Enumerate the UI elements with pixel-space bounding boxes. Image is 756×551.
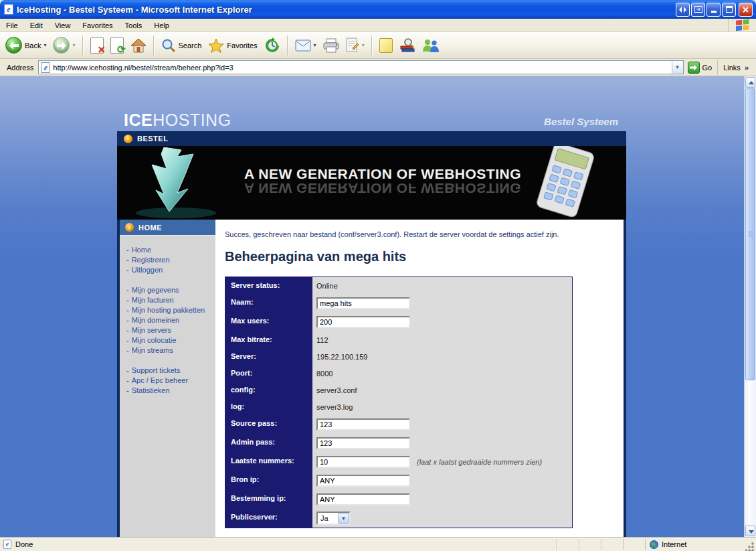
- sidebar-link[interactable]: Mijn servers: [132, 325, 171, 335]
- form-input[interactable]: [316, 297, 410, 309]
- yellow-note-icon: [379, 38, 393, 53]
- sidebar-link[interactable]: Statistieken: [132, 386, 170, 396]
- sidebar-item-mijn-colocatie[interactable]: -Mijn colocatie: [126, 335, 213, 345]
- sidebar-link[interactable]: Mijn hosting pakketten: [132, 305, 205, 315]
- favorites-button[interactable]: Favorites: [205, 34, 260, 57]
- minimize-button[interactable]: [706, 3, 721, 17]
- calculator-graphic: [494, 146, 614, 220]
- sidebar-item-mijn-domeinen[interactable]: -Mijn domeinen: [126, 315, 213, 325]
- form-row-label: Server status:: [225, 277, 312, 294]
- back-dropdown-caret-icon[interactable]: ▾: [43, 43, 46, 48]
- address-input[interactable]: http://www.icehosting.nl/bestel/stream/b…: [38, 60, 683, 74]
- forward-icon: [53, 37, 70, 54]
- zone-label: Internet: [662, 540, 686, 548]
- research-button[interactable]: [397, 34, 418, 57]
- sidebar-item-statistieken[interactable]: -Statistieken: [126, 386, 213, 396]
- resize-grip[interactable]: [745, 542, 755, 551]
- item-bullet: -: [126, 345, 129, 356]
- scroll-up-button[interactable]: [745, 77, 755, 88]
- sidebar-item-mijn-facturen[interactable]: -Mijn facturen: [126, 295, 213, 305]
- form-row-label: Max users:: [225, 313, 312, 331]
- messenger-button[interactable]: [419, 34, 442, 57]
- status-page-icon: [3, 540, 11, 549]
- menu-item-help[interactable]: Help: [148, 19, 175, 31]
- notes-button[interactable]: [377, 34, 395, 57]
- form-input[interactable]: [316, 418, 410, 430]
- form-row-value: Online: [312, 277, 572, 294]
- go-button[interactable]: Go: [684, 60, 718, 76]
- links-overflow-chevron-icon[interactable]: »: [745, 64, 749, 72]
- form-input[interactable]: [316, 493, 410, 505]
- scroll-down-button[interactable]: [745, 526, 755, 536]
- sidebar-item-mijn-gegevens[interactable]: -Mijn gegevens: [126, 285, 213, 295]
- sidebar-link[interactable]: Mijn domeinen: [132, 315, 180, 325]
- sidebar-link[interactable]: Mijn facturen: [132, 295, 174, 305]
- status-pane: [623, 539, 645, 550]
- sidebar-home-bar: › HOME: [120, 220, 215, 236]
- select-dropdown-icon[interactable]: ▼: [338, 513, 349, 524]
- forward-button[interactable]: ▾: [50, 34, 78, 57]
- menu-item-favorites[interactable]: Favorites: [76, 19, 118, 31]
- home-button[interactable]: [128, 34, 149, 57]
- publicserver-select[interactable]: Ja▼: [316, 511, 351, 525]
- history-button[interactable]: [262, 34, 283, 57]
- vertical-scrollbar[interactable]: [744, 76, 756, 537]
- sidebar-item-apc-epc-beheer[interactable]: -Apc / Epc beheer: [126, 376, 213, 386]
- maximize-button[interactable]: [722, 3, 736, 17]
- item-bullet: -: [126, 325, 129, 335]
- logo-bold: ICE: [124, 110, 153, 129]
- sidebar-item-mijn-hosting-pakketten[interactable]: -Mijn hosting pakketten: [126, 305, 213, 315]
- forward-dropdown-caret-icon: ▾: [72, 43, 75, 48]
- form-input[interactable]: [316, 316, 410, 328]
- sidebar-item-home[interactable]: -Home: [126, 245, 213, 255]
- links-bar[interactable]: Links »: [717, 60, 754, 75]
- sidebar-item-mijn-servers[interactable]: -Mijn servers: [126, 325, 213, 335]
- mail-dropdown-caret-icon[interactable]: ▾: [314, 43, 316, 48]
- popout-window-button[interactable]: [691, 3, 705, 17]
- menu-bar: FileEditViewFavoritesToolsHelp: [0, 19, 756, 32]
- sidebar-link[interactable]: Support tickets: [132, 366, 181, 376]
- stop-button[interactable]: ✕: [88, 34, 106, 57]
- form-input[interactable]: [316, 437, 410, 449]
- back-button[interactable]: Back ▾: [3, 34, 49, 57]
- item-bullet: -: [126, 295, 129, 305]
- close-icon: [743, 7, 749, 13]
- menu-item-tools[interactable]: Tools: [119, 19, 149, 31]
- sidebar-link[interactable]: Mijn streams: [132, 345, 173, 356]
- mail-button[interactable]: ▾: [292, 34, 319, 57]
- sidebar-link[interactable]: Registreren: [132, 255, 170, 265]
- scrollbar-thumb[interactable]: [745, 88, 755, 380]
- menu-item-file[interactable]: File: [0, 19, 24, 31]
- close-button[interactable]: [739, 3, 753, 17]
- menu-item-view[interactable]: View: [49, 19, 77, 31]
- address-dropdown-button[interactable]: ▼: [672, 61, 683, 74]
- sidebar-link[interactable]: Mijn colocatie: [132, 335, 177, 345]
- menu-item-edit[interactable]: Edit: [24, 19, 49, 31]
- print-button[interactable]: [320, 34, 342, 57]
- form-input[interactable]: [316, 475, 410, 487]
- sidebar-item-uitloggen[interactable]: -Uitloggen: [126, 265, 213, 275]
- form-row-label: Naam:: [225, 294, 312, 313]
- address-url[interactable]: http://www.icehosting.nl/bestel/stream/b…: [53, 64, 668, 72]
- edit-button[interactable]: ▾: [343, 34, 367, 57]
- sidebar-link[interactable]: Uitloggen: [132, 265, 163, 275]
- form-row: Naam:: [225, 294, 572, 313]
- sidebar-item-registreren[interactable]: -Registreren: [126, 255, 213, 265]
- form-input[interactable]: [316, 456, 410, 468]
- back-icon: [5, 37, 22, 54]
- banner-image: A NEW GENERATION OF WEBHOSTING A NEW GEN…: [117, 146, 626, 220]
- site-content: ICEHOSTING Bestel Systeem › BESTEL: [117, 76, 626, 537]
- stop-icon: ✕: [90, 37, 104, 54]
- refresh-button[interactable]: ⟳: [108, 34, 126, 57]
- sidebar-item-support-tickets[interactable]: -Support tickets: [126, 366, 213, 376]
- sidebar-link[interactable]: Mijn gegevens: [132, 285, 179, 295]
- form-row-value: (laat x laatst gedraaide nummers zien): [312, 453, 572, 471]
- edit-dropdown-caret-icon: ▾: [362, 43, 365, 48]
- sidebar-link[interactable]: Home: [132, 245, 151, 255]
- search-button[interactable]: Search: [159, 34, 205, 57]
- page-viewport: ICEHOSTING Bestel Systeem › BESTEL: [0, 76, 756, 537]
- sidebar-link[interactable]: Apc / Epc beheer: [132, 376, 188, 386]
- toggle-panes-button[interactable]: [676, 3, 690, 17]
- sidebar-item-mijn-streams[interactable]: -Mijn streams: [126, 345, 213, 356]
- form-row-value: [312, 490, 572, 509]
